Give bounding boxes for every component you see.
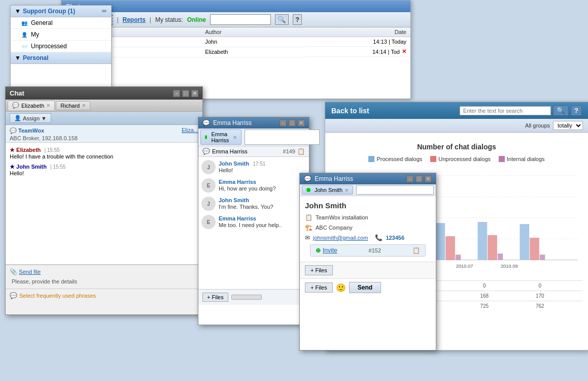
legend-red-box xyxy=(430,156,436,162)
svg-text:2010.07: 2010.07 xyxy=(456,264,473,269)
emma-footer: + Files xyxy=(198,289,309,305)
my-status-label: My status: xyxy=(155,16,183,23)
delete-button[interactable]: ✕ xyxy=(402,48,406,55)
minimize-button[interactable]: – xyxy=(173,90,180,97)
eliza-link[interactable]: Eliza... xyxy=(182,127,198,133)
emma-tab-active[interactable]: Emma Harriss ✕ xyxy=(200,130,241,145)
reports-search-input[interactable] xyxy=(460,106,551,115)
legend-unprocessed-label: Unprocessed dialogs xyxy=(438,156,491,162)
group-collapse-icon[interactable]: ▼ xyxy=(15,8,21,15)
john-phone: 123456 xyxy=(386,235,404,241)
bar-internal-5 xyxy=(540,255,545,260)
chart-legend: Processed dialogs Unprocessed dialogs In… xyxy=(330,156,583,162)
invite-label[interactable]: Invite xyxy=(323,247,337,254)
legend-purple-box xyxy=(499,156,505,162)
john-close-button[interactable]: ✕ xyxy=(425,175,432,182)
emma-search-input[interactable] xyxy=(245,130,320,145)
sidebar-item-my[interactable]: 👤 My xyxy=(11,29,111,41)
john-name: John Smith xyxy=(305,201,431,210)
send-button[interactable]: Send xyxy=(349,282,381,293)
reports-help-button[interactable]: ? xyxy=(571,105,582,116)
personal-collapse-icon[interactable]: ▼ xyxy=(15,54,21,61)
maximize-button[interactable]: □ xyxy=(182,90,189,97)
tab-richard[interactable]: Richard ✕ xyxy=(56,101,90,110)
toolbar-separator: | xyxy=(117,16,118,23)
search-input[interactable] xyxy=(210,14,271,25)
emma-chat-titlebar: 💬 Emma Harriss – □ ✕ xyxy=(198,117,309,129)
emma-files-button[interactable]: + Files xyxy=(202,293,228,302)
chat-list-window: Chat New message | Reports | My status: … xyxy=(61,0,411,99)
john-msg-text-2: I'm fine. Thanks. You? xyxy=(219,204,306,210)
john-tab-label: John Smith xyxy=(315,187,342,193)
tab-richard-close[interactable]: ✕ xyxy=(82,103,86,108)
reports-search-button[interactable]: 🔍 xyxy=(553,105,569,116)
john-search-input[interactable] xyxy=(356,185,434,195)
tab-elizabeth-close[interactable]: ✕ xyxy=(46,103,50,108)
chat-messages-area: ★ Elizabeth | 15:55 Hello! I have a trou… xyxy=(6,143,202,265)
legend-blue-box xyxy=(368,156,374,162)
emma-avatar-1: E xyxy=(201,178,216,193)
john-tab-active[interactable]: John Smith ✕ xyxy=(302,185,353,195)
legend-internal: Internal dialogs xyxy=(499,156,545,162)
chat-table: Title Author Date TeamWox John 14:13 | T… xyxy=(61,27,410,57)
chat-footer: 📎 Send file Please, provide the details xyxy=(6,265,202,289)
stat-0-4: 0 xyxy=(538,283,541,289)
john-status-dot xyxy=(306,188,310,192)
phone-icon: 📞 xyxy=(375,234,383,241)
chat-row-author: Elizabeth xyxy=(201,47,305,57)
stat-170: 170 xyxy=(536,293,544,299)
stat-0-3: 0 xyxy=(483,283,486,289)
chat-row-author: John xyxy=(201,37,305,47)
filter-select[interactable]: totally xyxy=(553,121,583,130)
emma-minimize-button[interactable]: – xyxy=(280,119,287,126)
john-files-button[interactable]: + Files xyxy=(305,265,333,275)
sidebar-item-general[interactable]: 👥 General xyxy=(11,17,111,29)
send-file-link[interactable]: Send file xyxy=(19,269,41,275)
chat-table-row[interactable]: TeamWox Elizabeth 14:14 | Tod ✕ xyxy=(61,47,410,57)
legend-processed: Processed dialogs xyxy=(368,156,422,162)
john-contact-info: John Smith 📋 TeamWox installation 🏗️ ABC… xyxy=(300,196,436,262)
john-company-row: 📋 TeamWox installation xyxy=(305,214,431,221)
tab-elizabeth[interactable]: 💬 Elizabeth ✕ xyxy=(8,101,55,110)
help-button[interactable]: ? xyxy=(293,14,302,25)
emma-close-button[interactable]: ✕ xyxy=(298,119,305,126)
john-minimize-button[interactable]: – xyxy=(406,175,413,182)
tab-elizabeth-icon: 💬 xyxy=(12,102,19,109)
reports-back-label[interactable]: Back to list xyxy=(331,107,369,115)
john-email[interactable]: johnsmith@gmail.com xyxy=(313,235,368,241)
email-icon: ✉ xyxy=(305,234,310,241)
john-maximize-button[interactable]: □ xyxy=(416,175,423,182)
emma-status-detail-icon: 📋 xyxy=(297,148,305,155)
select-phrases-link[interactable]: Select frequently used phrases xyxy=(19,293,96,299)
emma-status-name: Emma Harriss xyxy=(212,148,248,154)
emma-sender-2: Emma Harriss xyxy=(219,215,256,221)
bar-processed-5 xyxy=(520,224,530,260)
company-icon: 📋 xyxy=(305,214,313,221)
emma-maximize-button[interactable]: □ xyxy=(289,119,296,126)
search-button[interactable]: 🔍 xyxy=(275,14,289,25)
emma-scrollbar[interactable] xyxy=(231,295,262,300)
emma-chat-title: Emma Harriss xyxy=(213,119,252,126)
chat-message: ★ Elizabeth | 15:55 Hello! I have a trou… xyxy=(10,147,198,160)
edit-icon[interactable]: ✏ xyxy=(102,8,107,15)
emma-msg-text-2: Me too. I need your help.. xyxy=(219,222,306,228)
assign-bar: 👤 Assign ▼ xyxy=(6,112,202,125)
john-company: TeamWox installation xyxy=(316,214,368,220)
invite-id: #152 xyxy=(369,247,381,253)
title-bar-controls: – □ ✕ xyxy=(173,90,198,97)
bar-processed-4 xyxy=(478,222,488,260)
sidebar-item-unprocessed[interactable]: 📨 Unprocessed xyxy=(11,41,111,52)
assign-dropdown-icon: ▼ xyxy=(41,115,47,121)
close-button[interactable]: ✕ xyxy=(191,90,198,97)
john-smiley-icon[interactable]: 🙂 xyxy=(336,283,346,293)
chat-table-row[interactable]: TeamWox John 14:13 | Today xyxy=(61,37,410,47)
all-groups-label: All groups xyxy=(525,122,550,129)
emma-chat-icon: 💬 xyxy=(202,119,210,126)
john-files-button-2[interactable]: + Files xyxy=(305,282,333,293)
assign-button[interactable]: 👤 Assign ▼ xyxy=(10,113,51,123)
unprocessed-icon: 📨 xyxy=(21,43,28,50)
emma-tab-close[interactable]: ✕ xyxy=(233,135,237,140)
reports-link[interactable]: Reports xyxy=(123,16,146,23)
msg-sender-elizabeth: ★ Elizabeth xyxy=(10,147,41,153)
john-tab-close[interactable]: ✕ xyxy=(344,187,349,193)
